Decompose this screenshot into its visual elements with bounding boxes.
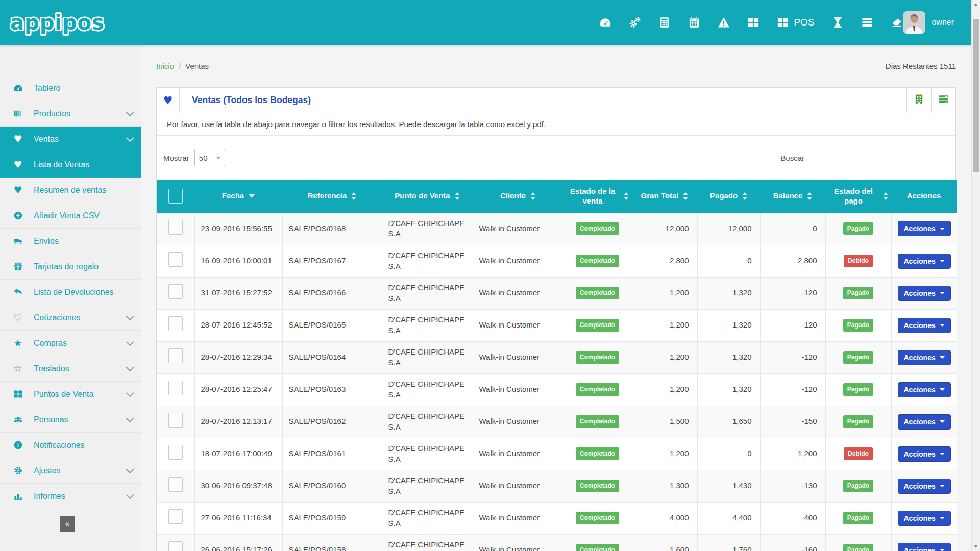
scroll-down-arrow[interactable]: [972, 542, 980, 551]
cell-gran-total: 12,000: [632, 213, 697, 245]
column-header-date[interactable]: Fecha: [194, 180, 282, 213]
logo-text: appipos: [10, 11, 105, 34]
chevron-down-icon: [126, 109, 134, 117]
cell-fecha: 16-09-2016 10:00:01: [194, 245, 282, 277]
sort-icon: [624, 192, 629, 200]
cell-punto-de-venta: D'CAFE CHIPICHAPE S.A: [382, 470, 473, 502]
list-icon[interactable]: [861, 16, 873, 29]
row-checkbox[interactable]: [168, 445, 183, 460]
sidebar-item-traslados[interactable]: ☆ Traslados: [0, 356, 141, 382]
cell-referencia: SALE/POS/0164: [282, 341, 382, 373]
row-checkbox[interactable]: [168, 220, 183, 235]
cell-gran-total: 1,200: [632, 341, 697, 373]
acciones-button[interactable]: Acciones: [898, 221, 951, 236]
eraser-icon[interactable]: [891, 16, 903, 29]
sidebar-item-informes[interactable]: Informes: [0, 484, 141, 509]
grid-icon: [11, 389, 24, 399]
cogs-icon[interactable]: [629, 16, 641, 29]
scroll-up-arrow[interactable]: [972, 0, 980, 9]
sidebar-item-lista-de-devoluciones[interactable]: Lista de Devoluciones: [0, 280, 141, 305]
warehouses-button[interactable]: [906, 88, 931, 113]
sidebar-item-ajustes[interactable]: Ajustes: [0, 458, 141, 484]
row-checkbox[interactable]: [168, 541, 183, 551]
star-outline-icon: ☆: [11, 364, 24, 373]
sidebar-item-puntos-de-venta[interactable]: Puntos de Venta: [0, 382, 141, 407]
gauge-icon[interactable]: [599, 16, 611, 29]
chevron-down-icon: [126, 491, 134, 499]
page-scrollbar[interactable]: [971, 0, 980, 551]
page-length-select[interactable]: 50: [194, 149, 225, 166]
cell-acciones: Acciones: [891, 438, 957, 470]
row-checkbox[interactable]: [168, 413, 183, 428]
sidebar-item-ventas[interactable]: ♥ Ventas: [0, 127, 141, 152]
sidebar-item-tarjetas-de-regalo[interactable]: Tarjetas de regalo: [0, 254, 141, 280]
sidebar-item-cotizaciones[interactable]: ♡ Cotizaciones: [0, 305, 141, 331]
sidebar-collapse-button[interactable]: «: [60, 516, 75, 532]
search-input[interactable]: [811, 148, 945, 167]
acciones-button[interactable]: Acciones: [898, 479, 951, 494]
acciones-button[interactable]: Acciones: [898, 286, 951, 301]
cell-gran-total: 4,000: [632, 502, 697, 534]
sidebar-item-notificaciones[interactable]: Notificaciones: [0, 433, 141, 458]
scrollbar-thumb[interactable]: [973, 19, 979, 172]
app-logo[interactable]: appipos: [7, 7, 119, 38]
sidebar-item-personas[interactable]: Personas: [0, 407, 141, 433]
breadcrumb: Inicio / Ventas Dias Restantes 1511: [156, 45, 956, 87]
select-all-checkbox[interactable]: [168, 189, 183, 204]
hourglass-icon[interactable]: [831, 16, 844, 29]
acciones-button[interactable]: Acciones: [898, 446, 951, 462]
column-header-balance[interactable]: Balance: [760, 180, 825, 213]
acciones-button[interactable]: Acciones: [898, 350, 951, 365]
acciones-button[interactable]: Acciones: [898, 254, 951, 269]
sidebar-item-envios[interactable]: Envíos: [0, 229, 141, 254]
sidebar-item-tablero[interactable]: Tablero: [0, 76, 141, 101]
column-header-pos[interactable]: Punto de Venta: [382, 180, 473, 213]
caret-down-icon: [216, 157, 220, 159]
sidebar-item-lista-de-ventas[interactable]: ♥ Lista de Ventas: [0, 152, 141, 178]
acciones-button[interactable]: Acciones: [898, 318, 951, 333]
nav-pos-button[interactable]: POS: [777, 17, 814, 29]
sidebar-item-resumen-de-ventas[interactable]: ♥ Resumen de ventas: [0, 178, 141, 203]
column-header-total[interactable]: Gran Total: [632, 180, 697, 213]
sidebar-item-productos[interactable]: Productos: [0, 101, 141, 127]
cell-estado-pago: Pagado: [825, 470, 891, 502]
row-checkbox[interactable]: [168, 348, 183, 363]
sidebar-item-anadir-venta-csv[interactable]: Añadir Venta CSV: [0, 203, 141, 229]
nav-user-menu[interactable]: owner: [903, 11, 954, 34]
gauge-icon: [11, 83, 24, 93]
calendar-icon[interactable]: [688, 16, 700, 29]
barcode-icon: [11, 109, 24, 118]
column-header-customer[interactable]: Cliente: [473, 180, 563, 213]
pay-status-badge: Pagado: [843, 383, 873, 395]
cell-punto-de-venta: D'CAFE CHIPICHAPE S.A: [382, 245, 473, 277]
acciones-button[interactable]: Acciones: [898, 511, 951, 526]
acciones-button[interactable]: Acciones: [898, 543, 951, 551]
cell-punto-de-venta: D'CAFE CHIPICHAPE S.A: [382, 438, 473, 470]
acciones-button[interactable]: Acciones: [898, 382, 951, 397]
cell-estado-venta: Completado: [563, 373, 632, 406]
column-label: Estado del pago: [828, 187, 878, 206]
table-header: FechaReferenciaPunto de VentaClienteEsta…: [157, 180, 957, 213]
row-checkbox[interactable]: [168, 252, 183, 267]
column-header-ref[interactable]: Referencia: [282, 180, 382, 213]
breadcrumb-home[interactable]: Inicio: [156, 62, 174, 70]
cell-balance: -400: [760, 502, 825, 534]
cell-estado-pago: Pagado: [825, 406, 891, 438]
row-checkbox[interactable]: [168, 316, 183, 331]
column-header-sale_status[interactable]: Estado de la venta: [563, 180, 632, 213]
caret-down-icon: [940, 517, 945, 519]
row-checkbox[interactable]: [168, 284, 183, 299]
registers-button[interactable]: [931, 88, 955, 113]
grid-icon[interactable]: [747, 16, 760, 29]
column-header-pay_status[interactable]: Estado del pago: [825, 180, 891, 213]
pay-status-badge: Pagado: [843, 287, 873, 299]
warning-icon[interactable]: [718, 16, 730, 29]
row-checkbox[interactable]: [168, 381, 183, 395]
acciones-button[interactable]: Acciones: [898, 414, 951, 430]
row-checkbox[interactable]: [168, 509, 183, 524]
column-header-paid[interactable]: Pagado: [697, 180, 760, 213]
calculator-icon[interactable]: [658, 16, 671, 29]
row-checkbox[interactable]: [168, 477, 183, 492]
sidebar-item-compras[interactable]: ★ Compras: [0, 331, 141, 356]
sale-status-badge: Completado: [576, 544, 619, 551]
